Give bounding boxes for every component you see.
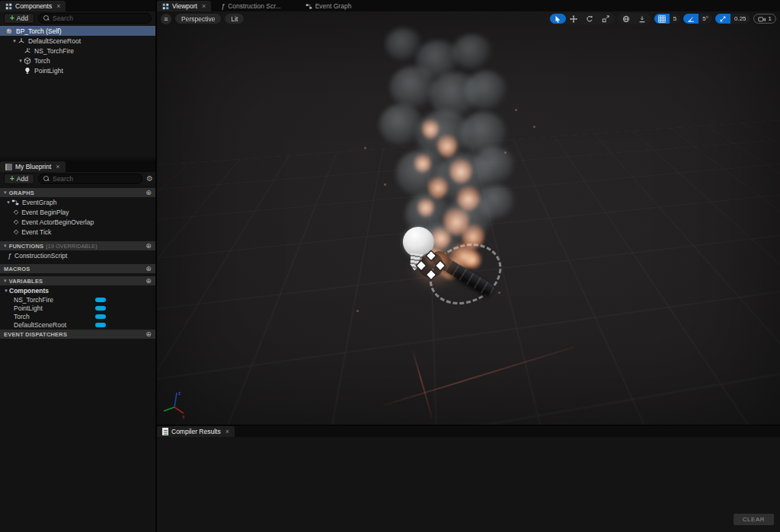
variable-type-pill[interactable] <box>95 298 106 302</box>
section-variables[interactable]: ▾ VARIABLES ⊕ <box>0 276 155 285</box>
add-blueprint-item-button[interactable]: + Add <box>4 174 34 184</box>
compiler-results-panel: Compiler Results × CLEAR <box>157 425 780 532</box>
components-search[interactable] <box>38 13 152 24</box>
add-function-icon[interactable]: ⊕ <box>145 242 152 250</box>
perspective-button[interactable]: Perspective <box>175 14 221 24</box>
grid-snap-toggle-button[interactable] <box>654 14 670 24</box>
close-icon[interactable]: × <box>56 2 60 10</box>
fire-flame <box>414 151 431 173</box>
row-variable-pointlight[interactable]: PointLight <box>0 304 155 312</box>
section-macros[interactable]: MACROS ⊕ <box>0 264 155 273</box>
functions-header-suffix: (19 OVERRIDABLE) <box>46 244 97 249</box>
tree-row-defaultsceneroot[interactable]: ▾ DefaultSceneRoot <box>0 36 155 46</box>
surface-snapping-button[interactable] <box>635 14 651 24</box>
add-event-dispatcher-icon[interactable]: ⊕ <box>145 330 152 338</box>
tree-row-pointlight[interactable]: PointLight <box>0 65 155 75</box>
section-functions[interactable]: ▾ FUNCTIONS (19 OVERRIDABLE) ⊕ <box>0 241 155 250</box>
axis-x-label: x <box>182 414 185 419</box>
move-tool-button[interactable] <box>566 14 582 24</box>
compiler-results-tab-label: Compiler Results <box>171 428 221 435</box>
tree-row-label: Torch <box>34 57 50 65</box>
add-macro-icon[interactable]: ⊕ <box>145 265 152 272</box>
close-icon[interactable]: × <box>56 163 59 170</box>
row-event-tick[interactable]: ◇ Event Tick <box>0 227 155 237</box>
row-event-beginplay[interactable]: ◇ Event BeginPlay <box>0 207 155 217</box>
event-row-label: Event ActorBeginOverlap <box>21 218 94 226</box>
rotation-snap-toggle-button[interactable] <box>683 14 698 24</box>
scale-snap-value[interactable]: 0.25 <box>730 14 750 24</box>
variable-row-label: PointLight <box>14 304 43 312</box>
row-variable-torch[interactable]: Torch <box>0 312 155 320</box>
caret-down-icon[interactable]: ▾ <box>18 58 24 64</box>
tree-row-bp-torch[interactable]: BP_Torch (Self) <box>0 26 155 36</box>
tree-row-label: NS_TorchFire <box>34 47 74 55</box>
tab-event-graph[interactable]: Event Graph <box>300 1 357 11</box>
section-graphs[interactable]: ▾ GRAPHS ⊕ <box>0 188 155 197</box>
row-variable-defaultsceneroot[interactable]: DefaultSceneRoot <box>0 320 155 329</box>
sprite-diamond <box>427 270 435 279</box>
compiler-tabbar: Compiler Results × <box>157 425 780 437</box>
tab-construction-script[interactable]: ƒ Construction Scr... <box>216 1 286 11</box>
grid-icon <box>658 15 666 23</box>
event-dispatchers-header-label: EVENT DISPATCHERS <box>4 331 67 338</box>
add-graph-icon[interactable]: ⊕ <box>145 189 152 196</box>
event-icon: ◇ <box>14 228 18 235</box>
sprite-diamond <box>427 251 435 260</box>
static-mesh-icon <box>24 57 31 65</box>
variable-type-pill[interactable] <box>95 314 106 319</box>
row-variable-category[interactable]: ▾ Components <box>0 285 155 295</box>
clear-button[interactable]: CLEAR <box>734 514 774 525</box>
event-icon: ◇ <box>14 218 18 225</box>
left-panel-column: Components × + Add BP_Torch (Self) <box>0 0 155 532</box>
components-tab-label: Components <box>15 2 52 10</box>
rotation-snap-value[interactable]: 5° <box>698 14 712 24</box>
row-event-actorbeginoverlap[interactable]: ◇ Event ActorBeginOverlap <box>0 217 155 227</box>
tree-row-ns-torchfire[interactable]: NS_TorchFire <box>0 46 155 56</box>
plus-icon: + <box>10 175 14 183</box>
world-local-toggle-button[interactable] <box>619 14 635 24</box>
caret-down-icon[interactable]: ▾ <box>5 199 11 205</box>
select-tool-button[interactable] <box>550 14 566 24</box>
add-component-button[interactable]: + Add <box>4 13 34 24</box>
my-blueprint-panel: My Blueprint × + Add ⚙ ▾ GRAPHS ⊕ <box>0 161 155 532</box>
tab-viewport[interactable]: Viewport × <box>157 1 211 11</box>
rotate-tool-button[interactable] <box>582 14 598 24</box>
components-search-input[interactable] <box>53 14 146 22</box>
viewport-menu-button[interactable]: ≡ <box>161 14 171 24</box>
move-icon <box>570 15 577 23</box>
tab-compiler-results[interactable]: Compiler Results × <box>157 426 235 437</box>
row-constructionscript[interactable]: ƒ ConstructionScript <box>0 250 155 260</box>
my-blueprint-tab-label: My Blueprint <box>15 163 51 170</box>
tree-row-label: PointLight <box>34 67 63 75</box>
my-blueprint-search-input[interactable] <box>53 175 137 183</box>
viewport-toolbar: ≡ Perspective Lit <box>157 11 780 26</box>
transform-tool-group <box>549 13 615 24</box>
section-event-dispatchers[interactable]: EVENT DISPATCHERS ⊕ <box>0 330 155 339</box>
close-icon[interactable]: × <box>202 2 206 10</box>
scale-snap-toggle-button[interactable] <box>715 14 730 24</box>
camera-speed-control[interactable]: 1 <box>753 14 776 24</box>
axis-z-label: z <box>178 390 181 396</box>
event-graph-tab-label: Event Graph <box>315 2 352 10</box>
globe-icon <box>622 15 630 23</box>
lit-mode-button[interactable]: Lit <box>225 14 244 24</box>
tree-row-torch[interactable]: ▾ Torch <box>0 56 155 65</box>
close-icon[interactable]: × <box>225 428 229 435</box>
scene-canvas[interactable]: z x <box>157 11 780 425</box>
grid-snap-value[interactable]: 5 <box>670 14 680 24</box>
niagara-sprite[interactable] <box>417 251 445 279</box>
viewport-toolbar-right: 5 5° 0.25 <box>549 13 776 24</box>
row-variable-ns-torchfire[interactable]: NS_TorchFire <box>0 295 155 304</box>
row-eventgraph[interactable]: ▾ EventGraph <box>0 197 155 207</box>
viewport-3d[interactable]: ≡ Perspective Lit <box>157 11 780 425</box>
tab-components[interactable]: Components × <box>0 1 66 11</box>
scale-tool-button[interactable] <box>598 14 614 24</box>
caret-down-icon[interactable]: ▾ <box>11 38 18 44</box>
my-blueprint-search[interactable] <box>38 174 142 184</box>
variable-type-pill[interactable] <box>95 323 106 327</box>
variable-type-pill[interactable] <box>95 306 106 311</box>
gear-icon[interactable]: ⚙ <box>146 174 153 183</box>
tab-my-blueprint[interactable]: My Blueprint × <box>0 161 66 172</box>
add-variable-icon[interactable]: ⊕ <box>145 277 152 285</box>
ember-particle <box>504 151 507 154</box>
